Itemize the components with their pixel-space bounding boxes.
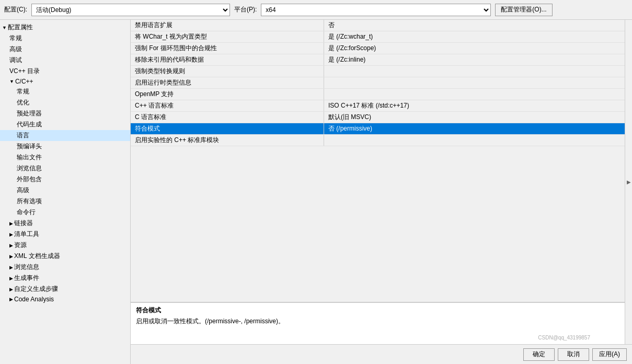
sidebar: ▼配置属性常规高级调试VC++ 目录▼C/C++常规优化预处理器代码生成语言预编… xyxy=(0,20,131,364)
prop-name-conformance: 符合模式 xyxy=(131,123,324,134)
prop-name-wchar-builtin: 将 WChar_t 视为内置类型 xyxy=(131,31,324,42)
sidebar-item-cpp-all[interactable]: 所有选项 xyxy=(0,196,130,207)
prop-value-type-cast xyxy=(324,66,625,77)
arrow-icon-build-events: ▶ xyxy=(9,276,13,281)
prop-value-cpp-std: ISO C++17 标准 (/std:c++17) xyxy=(324,100,625,111)
sidebar-label-cpp-pch: 预编译头 xyxy=(17,142,42,151)
arrow-icon-c-cpp: ▼ xyxy=(9,79,14,84)
sidebar-item-manifest[interactable]: ▶清单工具 xyxy=(0,229,130,240)
sidebar-label-cpp-optimize: 优化 xyxy=(17,98,29,107)
sidebar-label-custom-build: 自定义生成步骤 xyxy=(14,285,58,293)
sidebar-item-cpp-output[interactable]: 输出文件 xyxy=(0,152,130,163)
sidebar-group-c-cpp[interactable]: ▼C/C++ xyxy=(0,77,130,86)
sidebar-item-cpp-lang[interactable]: 语言 xyxy=(0,130,130,141)
prop-row-conformance[interactable]: 符合模式否 (/permissive) xyxy=(131,123,625,135)
prop-row-cpp-std[interactable]: C++ 语言标准ISO C++17 标准 (/std:c++17) xyxy=(131,100,625,112)
sidebar-label-cpp-codegen: 代码生成 xyxy=(17,120,42,129)
config-manager-button[interactable]: 配置管理器(O)... xyxy=(495,4,552,16)
sidebar-item-code-analysis[interactable]: ▶Code Analysis xyxy=(0,295,130,304)
right-panel: 禁用语言扩展否将 WChar_t 视为内置类型是 (/Zc:wchar_t)强制… xyxy=(131,20,632,364)
watermark: CSDN@qq_43199857 xyxy=(538,335,590,340)
arrow-icon-custom-build: ▶ xyxy=(9,287,13,292)
prop-name-openmp: OpenMP 支持 xyxy=(131,89,324,100)
description-text: 启用或取消一致性模式。(/permissive-, /permissive)。 xyxy=(136,317,619,326)
sidebar-label-cpp-lang: 语言 xyxy=(17,131,29,140)
top-bar: 配置(C): 活动(Debug) 平台(P): x64 配置管理器(O)... xyxy=(0,0,632,20)
sidebar-item-advanced[interactable]: 高级 xyxy=(0,44,130,55)
sidebar-label-linker: 链接器 xyxy=(14,219,33,228)
prop-row-c-std[interactable]: C 语言标准默认(旧 MSVC) xyxy=(131,112,625,123)
prop-name-remove-unreferenced: 移除未引用的代码和数据 xyxy=(131,54,324,65)
sidebar-item-cpp-external[interactable]: 外部包含 xyxy=(0,174,130,185)
prop-value-openmp xyxy=(324,89,625,100)
sidebar-item-cpp-pch[interactable]: 预编译头 xyxy=(0,141,130,152)
sidebar-item-xml-doc[interactable]: ▶XML 文档生成器 xyxy=(0,251,130,262)
prop-name-for-scope: 强制 For 循环范围中的合规性 xyxy=(131,43,324,54)
arrow-icon-resources: ▶ xyxy=(9,243,13,248)
apply-button[interactable]: 应用(A) xyxy=(592,348,627,361)
main-content: ▼配置属性常规高级调试VC++ 目录▼C/C++常规优化预处理器代码生成语言预编… xyxy=(0,20,632,364)
props-main: 禁用语言扩展否将 WChar_t 视为内置类型是 (/Zc:wchar_t)强制… xyxy=(131,20,625,344)
prop-name-cpp-std: C++ 语言标准 xyxy=(131,100,324,111)
sidebar-label-browse-info: 浏览信息 xyxy=(14,263,39,272)
ok-button[interactable]: 确定 xyxy=(523,348,555,361)
sidebar-item-cpp-preproc[interactable]: 预处理器 xyxy=(0,108,130,119)
config-label: 配置(C): xyxy=(4,5,27,14)
sidebar-item-browse-info[interactable]: ▶浏览信息 xyxy=(0,262,130,273)
sidebar-label-cpp-general: 常规 xyxy=(17,87,29,96)
sidebar-item-cpp-optimize[interactable]: 优化 xyxy=(0,97,130,108)
sidebar-label-build-events: 生成事件 xyxy=(14,274,39,283)
platform-label: 平台(P): xyxy=(234,5,257,14)
prop-row-rtti[interactable]: 启用运行时类型信息 xyxy=(131,77,625,89)
arrow-icon-linker: ▶ xyxy=(9,221,13,226)
prop-row-remove-unreferenced[interactable]: 移除未引用的代码和数据是 (/Zc:inline) xyxy=(131,54,625,66)
prop-row-disable-lang-ext[interactable]: 禁用语言扩展否 xyxy=(131,20,625,31)
description-title: 符合模式 xyxy=(136,306,619,315)
sidebar-item-cpp-adv[interactable]: 高级 xyxy=(0,185,130,196)
cancel-button[interactable]: 取消 xyxy=(558,348,589,361)
sidebar-item-resources[interactable]: ▶资源 xyxy=(0,240,130,251)
arrow-icon-code-analysis: ▶ xyxy=(9,297,13,302)
prop-name-cpp-modules: 启用实验性的 C++ 标准库模块 xyxy=(131,135,324,146)
sidebar-item-cpp-codegen[interactable]: 代码生成 xyxy=(0,119,130,130)
sidebar-item-custom-build[interactable]: ▶自定义生成步骤 xyxy=(0,284,130,295)
prop-value-rtti xyxy=(324,77,625,88)
right-scroll: ▶ xyxy=(625,20,632,344)
sidebar-item-general[interactable]: 常规 xyxy=(0,33,130,44)
scroll-arrow[interactable]: ▶ xyxy=(626,179,631,185)
sidebar-label-code-analysis: Code Analysis xyxy=(14,296,54,303)
sidebar-item-build-events[interactable]: ▶生成事件 xyxy=(0,273,130,284)
prop-row-wchar-builtin[interactable]: 将 WChar_t 视为内置类型是 (/Zc:wchar_t) xyxy=(131,31,625,43)
sidebar-label-manifest: 清单工具 xyxy=(14,230,39,239)
group-label-config-props: 配置属性 xyxy=(8,23,33,32)
sidebar-item-cpp-browse[interactable]: 浏览信息 xyxy=(0,163,130,174)
sidebar-label-cpp-preproc: 预处理器 xyxy=(17,109,42,118)
sidebar-item-linker[interactable]: ▶链接器 xyxy=(0,218,130,229)
prop-value-remove-unreferenced: 是 (/Zc:inline) xyxy=(324,54,625,65)
sidebar-item-vc-dirs[interactable]: VC++ 目录 xyxy=(0,66,130,77)
props-area: 禁用语言扩展否将 WChar_t 视为内置类型是 (/Zc:wchar_t)强制… xyxy=(131,20,632,344)
prop-row-openmp[interactable]: OpenMP 支持 xyxy=(131,89,625,100)
prop-row-cpp-modules[interactable]: 启用实验性的 C++ 标准库模块 xyxy=(131,135,625,146)
platform-select[interactable]: x64 xyxy=(261,4,491,16)
prop-row-for-scope[interactable]: 强制 For 循环范围中的合规性是 (/Zc:forScope) xyxy=(131,43,625,54)
group-label-c-cpp: C/C++ xyxy=(15,78,33,85)
sidebar-label-resources: 资源 xyxy=(14,241,27,250)
sidebar-item-debug[interactable]: 调试 xyxy=(0,55,130,66)
arrow-icon-config-props: ▼ xyxy=(2,25,7,30)
sidebar-label-xml-doc: XML 文档生成器 xyxy=(14,252,60,261)
arrow-icon-browse-info: ▶ xyxy=(9,265,13,270)
sidebar-item-cpp-cmdline[interactable]: 命令行 xyxy=(0,207,130,218)
prop-value-wchar-builtin: 是 (/Zc:wchar_t) xyxy=(324,31,625,42)
prop-value-conformance: 否 (/permissive) xyxy=(324,123,625,134)
bottom-bar: CSDN@qq_43199857 确定 取消 应用(A) xyxy=(131,344,632,364)
sidebar-label-cpp-external: 外部包含 xyxy=(17,175,42,184)
sidebar-group-config-props[interactable]: ▼配置属性 xyxy=(0,22,130,33)
prop-row-type-cast[interactable]: 强制类型转换规则 xyxy=(131,66,625,77)
sidebar-label-cpp-browse: 浏览信息 xyxy=(17,164,42,173)
config-select[interactable]: 活动(Debug) xyxy=(31,4,230,16)
sidebar-item-cpp-general[interactable]: 常规 xyxy=(0,86,130,97)
prop-value-for-scope: 是 (/Zc:forScope) xyxy=(324,43,625,54)
sidebar-label-advanced: 高级 xyxy=(9,45,22,54)
sidebar-label-cpp-all: 所有选项 xyxy=(17,197,42,206)
